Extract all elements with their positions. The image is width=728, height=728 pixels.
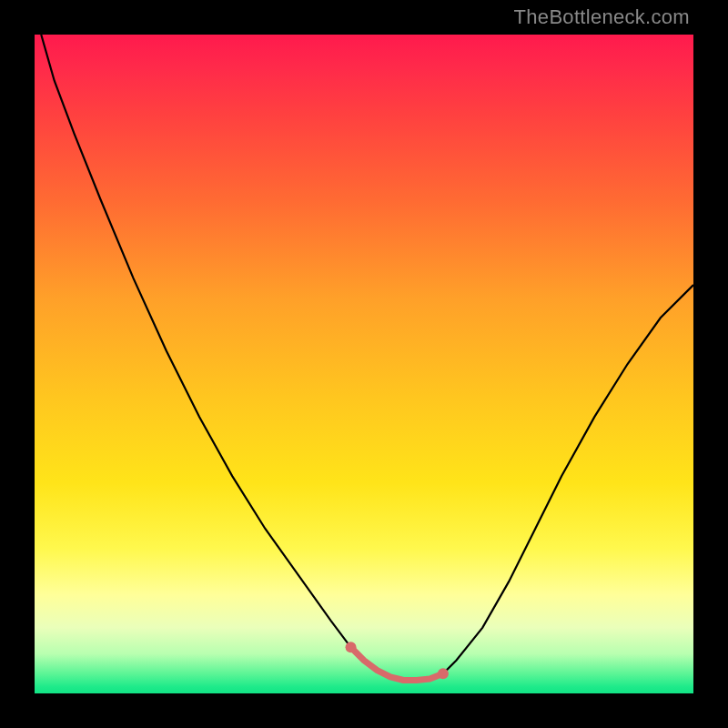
chart-frame: TheBottleneck.com [0, 0, 728, 728]
plot-area [35, 35, 693, 693]
gradient-background [35, 35, 693, 693]
watermark-text: TheBottleneck.com [514, 5, 690, 29]
